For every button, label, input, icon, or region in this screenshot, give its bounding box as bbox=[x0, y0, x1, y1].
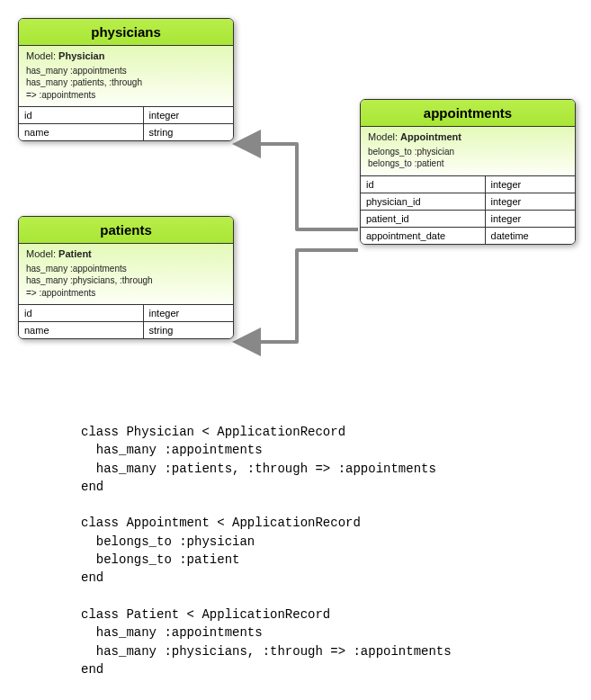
schema-table: id integer name string bbox=[19, 305, 233, 338]
association-line: belongs_to :patient bbox=[368, 157, 568, 170]
association-line: => :appointments bbox=[26, 89, 226, 102]
table-row: id integer bbox=[361, 176, 575, 193]
column-type: integer bbox=[143, 107, 233, 124]
code-sample: class Physician < ApplicationRecord has_… bbox=[0, 414, 591, 678]
association-line: has_many :physicians, :through bbox=[26, 274, 226, 287]
entity-title: appointments bbox=[361, 100, 575, 127]
schema-table: id integer physician_id integer patient_… bbox=[361, 176, 575, 244]
entity-meta: Model: Patient has_many :appointments ha… bbox=[19, 244, 233, 305]
column-name: name bbox=[19, 322, 143, 339]
schema-table: id integer name string bbox=[19, 107, 233, 140]
column-name: id bbox=[19, 107, 143, 124]
column-name: id bbox=[361, 176, 485, 193]
entity-title: physicians bbox=[19, 19, 233, 46]
table-row: appointment_date datetime bbox=[361, 227, 575, 244]
column-type: integer bbox=[485, 176, 575, 193]
entity-appointments: appointments Model: Appointment belongs_… bbox=[360, 99, 576, 245]
association-line: has_many :appointments bbox=[26, 65, 226, 77]
column-name: physician_id bbox=[361, 193, 485, 210]
table-row: id integer bbox=[19, 305, 233, 322]
association-line: => :appointments bbox=[26, 287, 226, 300]
table-row: physician_id integer bbox=[361, 193, 575, 210]
association-line: belongs_to :physician bbox=[368, 146, 568, 158]
model-label: Model: bbox=[26, 50, 56, 61]
er-diagram: physicians Model: Physician has_many :ap… bbox=[0, 0, 591, 414]
association-line: has_many :appointments bbox=[26, 263, 226, 275]
entity-meta: Model: Appointment belongs_to :physician… bbox=[361, 127, 575, 176]
model-label: Model: bbox=[368, 131, 398, 142]
table-row: name string bbox=[19, 322, 233, 339]
entity-title: patients bbox=[19, 217, 233, 244]
column-name: id bbox=[19, 305, 143, 322]
column-type: string bbox=[143, 124, 233, 141]
association-line: has_many :patients, :through bbox=[26, 76, 226, 89]
entity-physicians: physicians Model: Physician has_many :ap… bbox=[18, 18, 234, 141]
column-type: string bbox=[143, 322, 233, 339]
table-row: name string bbox=[19, 124, 233, 141]
column-name: patient_id bbox=[361, 210, 485, 227]
column-type: integer bbox=[143, 305, 233, 322]
entity-meta: Model: Physician has_many :appointments … bbox=[19, 46, 233, 107]
column-type: integer bbox=[485, 210, 575, 227]
model-name: Appointment bbox=[400, 131, 461, 142]
entity-patients: patients Model: Patient has_many :appoin… bbox=[18, 216, 234, 339]
table-row: id integer bbox=[19, 107, 233, 124]
column-name: appointment_date bbox=[361, 227, 485, 244]
column-name: name bbox=[19, 124, 143, 141]
table-row: patient_id integer bbox=[361, 210, 575, 227]
column-type: datetime bbox=[485, 227, 575, 244]
column-type: integer bbox=[485, 193, 575, 210]
model-label: Model: bbox=[26, 248, 56, 259]
model-name: Patient bbox=[58, 248, 92, 259]
model-name: Physician bbox=[58, 50, 104, 61]
